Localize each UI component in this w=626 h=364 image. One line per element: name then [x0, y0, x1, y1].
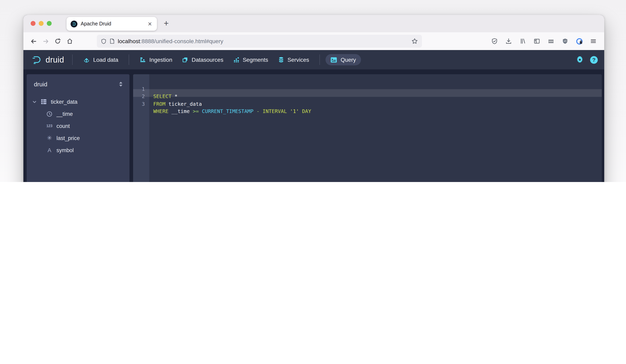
query-main: 1 SELECT * 2 FROM ticker_data 3 WHERE __…	[133, 74, 602, 182]
browser-tab-bar: Apache Druid ✕ +	[23, 15, 604, 32]
ublock-icon[interactable]: uO	[559, 35, 571, 47]
column-name: count	[56, 123, 70, 129]
code-line-2: 2 FROM ticker_data	[133, 85, 602, 93]
svg-text:uO: uO	[564, 40, 567, 42]
time-clock-icon	[46, 111, 53, 117]
schema-tree: ticker_data __time 123 count ✳ la	[32, 96, 124, 156]
sql-editor[interactable]: 1 SELECT * 2 FROM ticker_data 3 WHERE __…	[133, 74, 602, 182]
header-right: ?	[576, 56, 598, 64]
editor-lines: 1 SELECT * 2 FROM ticker_data 3 WHERE __…	[133, 78, 602, 100]
tab-title: Apache Druid	[81, 21, 144, 27]
help-icon[interactable]: ?	[590, 56, 598, 64]
nav-label: Ingestion	[150, 56, 172, 63]
close-window-button[interactable]	[31, 21, 36, 26]
shield-check-icon[interactable]	[488, 35, 501, 47]
schema-name: druid	[34, 81, 47, 87]
ingestion-icon	[140, 56, 146, 63]
downloads-icon[interactable]	[503, 35, 515, 47]
numeric-123-icon: 123	[46, 124, 53, 128]
druid-logo[interactable]: druid	[30, 55, 67, 65]
nav-label: Query	[341, 56, 356, 63]
tree-table-ticker-data[interactable]: ticker_data	[32, 96, 124, 108]
traffic-lights	[31, 21, 52, 26]
code-line-1: 1 SELECT *	[133, 78, 602, 85]
nav-label: Segments	[243, 56, 268, 63]
line-number: 3	[133, 100, 149, 108]
table-icon	[40, 99, 47, 105]
tree-column-last-price[interactable]: ✳ last_price	[32, 132, 124, 144]
header-divider	[129, 54, 129, 65]
header-divider	[320, 54, 320, 65]
druid-favicon	[71, 20, 78, 27]
nav-label: Load data	[93, 56, 118, 63]
nav-segments[interactable]: Segments	[228, 54, 273, 65]
page-info-icon	[110, 38, 115, 44]
query-console-icon	[331, 57, 337, 63]
tree-column-count[interactable]: 123 count	[32, 120, 124, 132]
bookmark-star-icon[interactable]	[411, 38, 418, 44]
url-bar[interactable]: localhost:8888/unified-console.html#quer…	[97, 35, 422, 48]
chevron-down-icon	[32, 99, 37, 104]
segments-icon	[233, 56, 239, 63]
schema-sidebar: druid ticker_data _	[27, 74, 129, 182]
string-a-icon: A	[46, 147, 53, 153]
browser-toolbar: localhost:8888/unified-console.html#quer…	[23, 32, 604, 50]
column-name: last_price	[56, 135, 80, 141]
nav-ingestion[interactable]: Ingestion	[135, 54, 177, 65]
datasources-icon	[182, 56, 188, 63]
asterisk-icon: ✳	[46, 134, 53, 142]
onepassword-icon[interactable]	[573, 35, 585, 47]
url-text: localhost:8888/unified-console.html#quer…	[118, 38, 408, 44]
menu-hamburger-icon[interactable]	[587, 35, 599, 47]
back-icon[interactable]	[27, 35, 39, 47]
nav-load-data[interactable]: Load data	[78, 54, 123, 66]
nav-services[interactable]: Services	[273, 54, 314, 65]
tree-column-symbol[interactable]: A symbol	[32, 144, 124, 156]
brand-text: druid	[45, 55, 64, 64]
schema-row[interactable]: druid	[32, 80, 124, 87]
toolbar-extensions: uO	[488, 35, 600, 47]
nav-query[interactable]: Query	[326, 54, 361, 65]
nav-label: Datasources	[192, 56, 223, 63]
nav-label: Services	[288, 56, 309, 63]
home-icon[interactable]	[64, 35, 76, 47]
column-name: symbol	[56, 147, 74, 153]
code-line-3: 3 WHERE __time >= CURRENT_TIMESTAMP - IN…	[133, 93, 602, 100]
tree-column-time[interactable]: __time	[32, 108, 124, 120]
header-divider	[72, 54, 73, 65]
tab-close-icon[interactable]: ✕	[147, 21, 153, 27]
services-icon	[278, 56, 284, 63]
sidebars-icon[interactable]	[531, 35, 543, 47]
reload-icon[interactable]	[52, 35, 64, 47]
browser-tab[interactable]: Apache Druid ✕	[67, 17, 157, 31]
containers-icon[interactable]	[545, 35, 557, 47]
new-tab-button[interactable]: +	[164, 18, 169, 29]
nav-datasources[interactable]: Datasources	[177, 54, 228, 65]
column-name: __time	[56, 111, 73, 117]
zoom-window-button[interactable]	[47, 21, 52, 26]
shield-permissions-icon	[101, 38, 107, 44]
table-name: ticker_data	[51, 99, 78, 105]
sort-double-caret-icon[interactable]	[118, 81, 123, 87]
library-icon[interactable]	[517, 35, 529, 47]
druid-header: druid Load data Ingestion Datasources Se…	[23, 50, 604, 69]
browser-window: Apache Druid ✕ + localhost:8888/unifie	[23, 15, 604, 182]
minimize-window-button[interactable]	[39, 21, 43, 26]
desktop: Apache Druid ✕ + localhost:8888/unifie	[0, 0, 626, 182]
forward-icon[interactable]	[39, 35, 52, 47]
query-view: druid ticker_data _	[23, 69, 604, 182]
upload-icon	[83, 56, 90, 63]
settings-gear-icon[interactable]	[576, 56, 584, 64]
